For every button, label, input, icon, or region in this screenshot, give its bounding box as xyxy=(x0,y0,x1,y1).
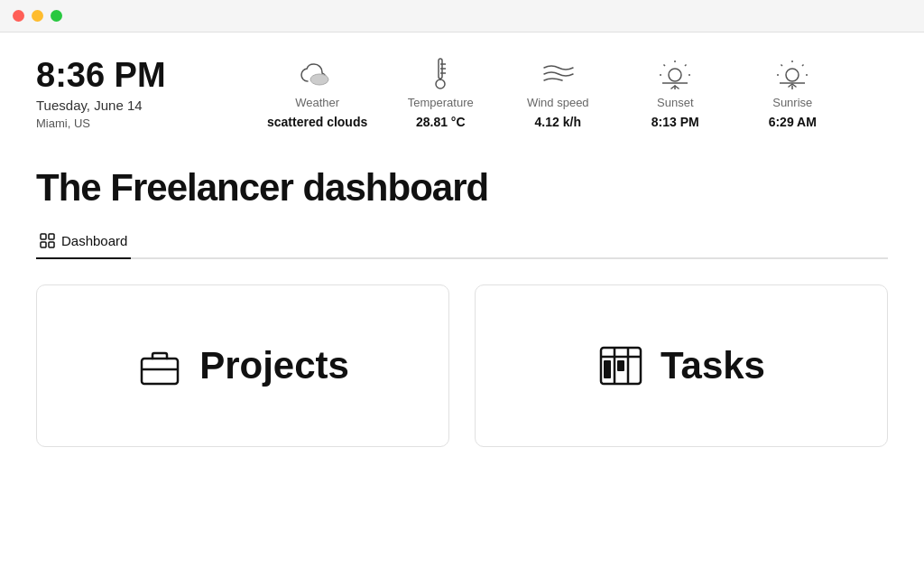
sunset-value: 8:13 PM xyxy=(651,115,699,129)
projects-label: Projects xyxy=(199,344,349,387)
maximize-button[interactable] xyxy=(51,10,62,22)
cards-row: Projects Tasks xyxy=(36,284,888,447)
cloud-icon xyxy=(300,58,335,90)
sunset-icon xyxy=(658,58,692,90)
widget-temperature: Temperature 28.81 °C xyxy=(382,58,499,129)
wind-value: 4.12 k/h xyxy=(535,115,581,129)
sunrise-icon xyxy=(775,58,809,90)
svg-line-17 xyxy=(802,65,804,67)
tab-bar: Dashboard xyxy=(36,226,888,259)
tasks-label: Tasks xyxy=(661,344,765,387)
briefcase-icon xyxy=(136,342,183,389)
svg-line-9 xyxy=(685,65,687,67)
widget-wind: Wind speed 4.12 k/h xyxy=(499,58,616,129)
minimize-button[interactable] xyxy=(32,10,43,22)
svg-rect-25 xyxy=(41,242,46,247)
top-bar: 8:36 PM Tuesday, June 14 Miami, US Weath… xyxy=(36,58,888,130)
widget-sunset: Sunset 8:13 PM xyxy=(616,58,734,129)
sunrise-label: Sunrise xyxy=(772,96,812,109)
tasks-card[interactable]: Tasks xyxy=(475,284,888,447)
titlebar xyxy=(0,0,924,33)
temperature-label: Temperature xyxy=(408,96,474,109)
wind-label: Wind speed xyxy=(527,96,589,109)
svg-point-7 xyxy=(669,69,681,81)
svg-point-15 xyxy=(786,69,799,81)
svg-rect-24 xyxy=(49,234,54,239)
close-button[interactable] xyxy=(13,10,24,22)
svg-rect-23 xyxy=(41,234,46,239)
date-display: Tuesday, June 14 xyxy=(36,98,217,113)
kanban-icon xyxy=(597,342,644,389)
weather-label: Weather xyxy=(295,96,339,109)
svg-point-5 xyxy=(436,79,445,89)
svg-line-11 xyxy=(664,65,666,67)
svg-point-0 xyxy=(310,74,328,85)
time-display: 8:36 PM xyxy=(36,58,217,92)
widget-sunrise: Sunrise 6:29 AM xyxy=(734,58,851,129)
dashboard-tab-icon xyxy=(40,233,55,248)
svg-rect-34 xyxy=(617,360,624,371)
dashboard-title: The Freelancer dashboard xyxy=(36,166,888,210)
datetime-section: 8:36 PM Tuesday, June 14 Miami, US xyxy=(36,58,217,130)
sunrise-value: 6:29 AM xyxy=(769,115,817,129)
weather-value: scattered clouds xyxy=(267,115,367,129)
svg-rect-27 xyxy=(142,359,178,384)
svg-line-19 xyxy=(781,65,783,67)
tab-dashboard-label: Dashboard xyxy=(61,233,127,248)
temperature-value: 28.81 °C xyxy=(416,115,466,129)
projects-card[interactable]: Projects xyxy=(36,284,449,447)
dashboard-section: The Freelancer dashboard Dashboard xyxy=(36,166,888,447)
widget-weather: Weather scattered clouds xyxy=(253,58,382,129)
thermometer-icon xyxy=(428,58,453,90)
weather-widgets: Weather scattered clouds Temperature xyxy=(253,58,888,129)
svg-rect-26 xyxy=(49,242,54,247)
svg-rect-33 xyxy=(604,360,611,378)
wind-icon xyxy=(541,58,575,90)
tab-dashboard[interactable]: Dashboard xyxy=(36,226,131,259)
sunset-label: Sunset xyxy=(657,96,693,109)
main-content: 8:36 PM Tuesday, June 14 Miami, US Weath… xyxy=(0,33,924,447)
location-display: Miami, US xyxy=(36,117,217,130)
